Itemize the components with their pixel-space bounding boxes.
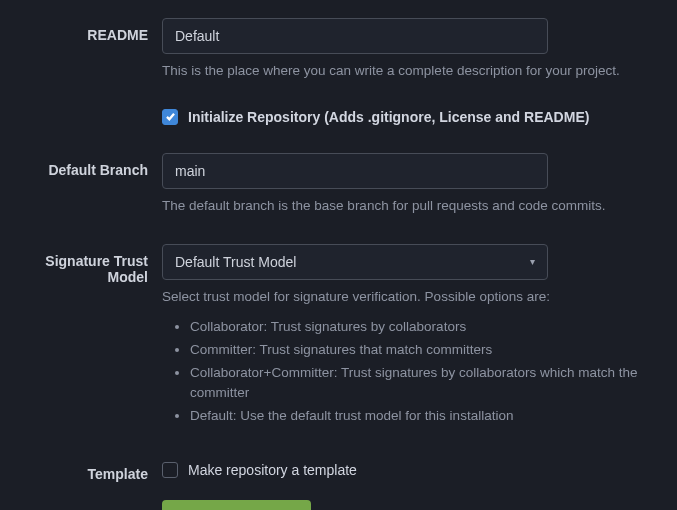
template-checkbox[interactable] (162, 462, 178, 478)
init-repo-row: Initialize Repository (Adds .gitignore, … (12, 109, 659, 125)
template-row: Template Make repository a template (12, 457, 659, 482)
list-item: Collaborator: Trust signatures by collab… (190, 317, 659, 338)
list-item: Committer: Trust signatures that match c… (190, 340, 659, 361)
create-repository-button[interactable]: Create Repository (162, 500, 311, 510)
default-branch-input[interactable] (162, 153, 548, 189)
trust-model-label: Signature Trust Model (12, 244, 162, 430)
init-repo-checkbox-label: Initialize Repository (Adds .gitignore, … (188, 109, 589, 125)
readme-help: This is the place where you can write a … (162, 62, 659, 81)
trust-model-select[interactable]: Default Trust Model ▾ (162, 244, 548, 280)
list-item: Collaborator+Committer: Trust signatures… (190, 363, 659, 405)
trust-model-options-list: Collaborator: Trust signatures by collab… (162, 317, 659, 428)
check-icon (165, 111, 176, 122)
default-branch-help: The default branch is the base branch fo… (162, 197, 659, 216)
readme-label: README (12, 18, 162, 81)
chevron-down-icon: ▾ (530, 256, 535, 267)
trust-model-row: Signature Trust Model Default Trust Mode… (12, 244, 659, 430)
template-label: Template (12, 457, 162, 482)
template-checkbox-label: Make repository a template (188, 462, 357, 478)
readme-select-value: Default (175, 28, 219, 44)
init-repo-checkbox[interactable] (162, 109, 178, 125)
trust-model-select-value: Default Trust Model (175, 254, 296, 270)
readme-row: README Default This is the place where y… (12, 18, 659, 81)
repo-create-form: README Default This is the place where y… (0, 0, 677, 510)
default-branch-row: Default Branch The default branch is the… (12, 153, 659, 216)
trust-model-help: Select trust model for signature verific… (162, 288, 659, 307)
list-item: Default: Use the default trust model for… (190, 406, 659, 427)
default-branch-label: Default Branch (12, 153, 162, 216)
readme-select[interactable]: Default (162, 18, 548, 54)
submit-row: Create Repository (12, 500, 659, 510)
